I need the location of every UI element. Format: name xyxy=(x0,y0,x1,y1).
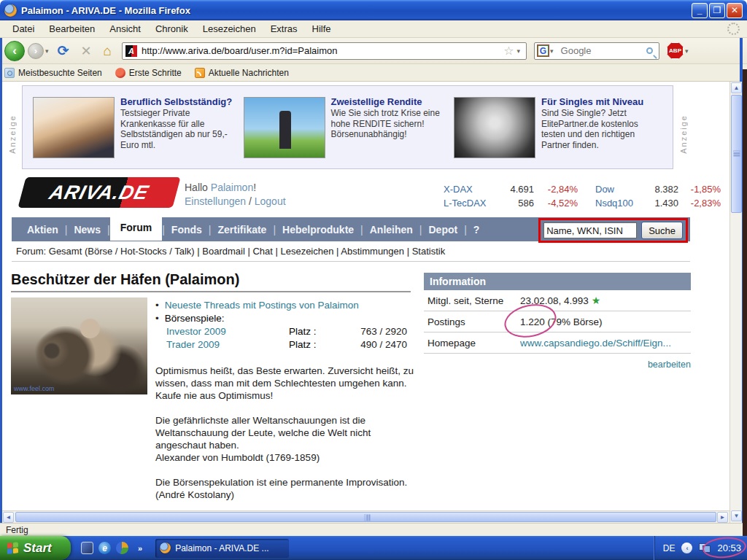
ariva-logo[interactable]: ARIVA.DE xyxy=(18,177,180,208)
scroll-down-button[interactable]: ▼ xyxy=(731,510,742,521)
window-titlebar[interactable]: Palaimon - ARIVA.DE - Mozilla Firefox _ … xyxy=(0,0,747,20)
menu-hilfe[interactable]: Hilfe xyxy=(306,21,338,36)
index-change: -2,83% xyxy=(678,196,721,210)
ad-title[interactable]: Für Singles mit Niveau xyxy=(541,97,662,108)
nav-aktien[interactable]: Aktien xyxy=(20,224,65,236)
nav-help[interactable]: ? xyxy=(467,224,487,236)
stock-search-highlight-box: Suche xyxy=(538,218,688,243)
internet-explorer-icon[interactable]: e xyxy=(98,542,111,554)
nav-forum-active[interactable]: Forum xyxy=(110,215,163,241)
info-panel: Information Mitgl. seit, Sterne 23.02.08… xyxy=(424,273,691,370)
ad-text: Sind Sie Single? Jetzt ElitePartner.de k… xyxy=(541,108,638,150)
start-button[interactable]: Start xyxy=(0,536,71,560)
user-greeting: Hallo Palaimon! Einstellungen / Logout xyxy=(185,181,286,209)
game-link[interactable]: Investor 2009 xyxy=(166,325,289,338)
settings-link[interactable]: Einstellungen xyxy=(185,195,246,207)
profile-links: Neueste Threads mit Postings von Palaimo… xyxy=(155,299,411,351)
ad-krankenkasse[interactable]: Beruflich Selbstständig? Testsieger Priv… xyxy=(33,97,241,158)
profile-mosaic-image: www.feel.com xyxy=(11,298,147,394)
threads-link[interactable]: Neueste Threads mit Postings von Palaimo… xyxy=(165,300,359,311)
windows-flag-icon xyxy=(7,542,19,555)
vertical-scrollbar[interactable]: ▲ ▼ xyxy=(729,82,742,523)
index-name[interactable]: Dow xyxy=(595,182,643,196)
ad-photo-woman xyxy=(454,97,535,158)
username-link[interactable]: Palaimon xyxy=(211,182,253,193)
quote-3-author: (André Kostolany) xyxy=(155,489,234,500)
index-change: -4,52% xyxy=(534,196,578,210)
horizontal-scroll-thumb[interactable] xyxy=(15,512,716,522)
ad-title[interactable]: Beruflich Selbstständig? xyxy=(120,97,241,108)
menu-chronik[interactable]: Chronik xyxy=(149,21,195,36)
menu-bearbeiten[interactable]: Bearbeiten xyxy=(42,21,101,36)
nav-news[interactable]: News xyxy=(67,224,107,236)
scroll-up-button[interactable]: ▲ xyxy=(731,82,742,93)
nav-hebelprodukte[interactable]: Hebelprodukte xyxy=(276,224,360,236)
window-title: Palaimon - ARIVA.DE - Mozilla Firefox xyxy=(21,5,190,16)
quicklaunch-app-icon[interactable] xyxy=(81,542,93,554)
nav-fonds[interactable]: Fonds xyxy=(165,224,209,236)
menu-lesezeichen[interactable]: Lesezeichen xyxy=(196,21,263,36)
image-watermark: www.feel.com xyxy=(14,385,55,392)
quicklaunch-overflow-chevron[interactable]: » xyxy=(138,544,142,553)
media-player-icon[interactable] xyxy=(116,542,128,554)
stock-search-input[interactable] xyxy=(543,222,637,238)
taskbar: Start e » Palaimon - ARIVA.DE ... DE ‹ 2… xyxy=(0,536,747,560)
suche-button[interactable]: Suche xyxy=(641,222,683,239)
index-change: -1,85% xyxy=(678,182,721,196)
task-button-firefox[interactable]: Palaimon - ARIVA.DE ... xyxy=(155,539,289,558)
index-name[interactable]: Nsdq100 xyxy=(595,196,643,210)
ad-title[interactable]: Zweistellige Rendite xyxy=(331,97,452,108)
logout-link[interactable]: Logout xyxy=(255,195,286,207)
menu-datei[interactable]: Datei xyxy=(6,21,41,36)
info-row-homepage: Homepage www.capsandiego.de/Schiff/Eign.… xyxy=(424,332,691,354)
info-row-postings: Postings 1.220 (79% Börse) xyxy=(424,311,691,332)
game-rank: 763 / 2920 xyxy=(334,325,407,338)
nav-zertifikate[interactable]: Zertifikate xyxy=(212,224,274,236)
game-link[interactable]: Trader 2009 xyxy=(166,338,289,351)
quote-2-author: Alexander von Humboldt (1769-1859) xyxy=(155,452,320,463)
ad-rendite[interactable]: Zweistellige Rendite Wie Sie sich trotz … xyxy=(244,97,452,158)
bearbeiten-link[interactable]: bearbeiten xyxy=(648,359,691,370)
minimize-button[interactable]: _ xyxy=(692,3,708,18)
index-name[interactable]: X-DAX xyxy=(444,182,496,196)
desktop-edge xyxy=(743,69,747,537)
index-value: 8.382 xyxy=(643,182,678,196)
market-indices: X-DAX 4.691 -2,84% Dow 8.382 -1,85% L-Te… xyxy=(444,182,721,210)
title-rule xyxy=(11,291,411,292)
ad-text: Wie Sie sich trotz Krise eine hohe RENDI… xyxy=(331,108,440,139)
quote-2: Die gefährlichste aller Weltanschauungen… xyxy=(155,414,415,464)
quote-3: Die Börsenspekulation ist eine permanent… xyxy=(155,476,415,501)
green-star-icon: ★ xyxy=(592,295,601,306)
ad-photo-father-child xyxy=(244,97,325,158)
nav-depot[interactable]: Depot xyxy=(422,224,464,236)
firefox-icon xyxy=(160,542,171,553)
homepage-link[interactable]: www.capsandiego.de/Schiff/Eign... xyxy=(520,338,671,349)
maximize-button[interactable]: ❐ xyxy=(709,3,725,18)
index-value: 4.691 xyxy=(496,182,534,196)
vertical-scroll-thumb[interactable] xyxy=(731,95,742,213)
menu-extras[interactable]: Extras xyxy=(264,21,304,36)
anzeige-label-right: Anzeige xyxy=(679,114,688,154)
scroll-right-button[interactable]: ► xyxy=(717,512,728,523)
anzeige-label-left: Anzeige xyxy=(8,114,17,154)
index-change: -2,84% xyxy=(534,182,578,196)
language-indicator[interactable]: DE xyxy=(663,543,676,553)
index-name[interactable]: L-TecDAX xyxy=(444,196,496,210)
scroll-left-button[interactable]: ◄ xyxy=(3,512,14,523)
platz-label: Platz : xyxy=(289,338,334,351)
throbber-icon xyxy=(727,23,740,35)
page-content: Anzeige Anzeige Beruflich Selbstständig?… xyxy=(2,82,729,510)
info-header: Information xyxy=(424,273,691,290)
forum-breadcrumb[interactable]: Forum: Gesamt (Börse / Hot-Stocks / Talk… xyxy=(12,241,690,262)
ad-elitepartner[interactable]: Für Singles mit Niveau Sind Sie Single? … xyxy=(454,97,662,158)
close-button[interactable]: ✕ xyxy=(727,3,743,18)
horizontal-scrollbar[interactable]: ◄ ► xyxy=(2,510,729,523)
menu-ansicht[interactable]: Ansicht xyxy=(103,21,147,36)
status-bar: Fertig xyxy=(0,523,743,536)
quick-launch: e » xyxy=(81,542,142,554)
nav-anleihen[interactable]: Anleihen xyxy=(363,224,419,236)
game-row-investor: Investor 2009 Platz : 763 / 2920 xyxy=(166,325,411,338)
quote-1: Optimismus heißt, das Beste erwarten. Zu… xyxy=(155,365,415,402)
tray-collapse-icon[interactable]: ‹ xyxy=(681,542,692,553)
profile-title: Beschützer der Häfen (Palaimon) xyxy=(11,271,239,288)
